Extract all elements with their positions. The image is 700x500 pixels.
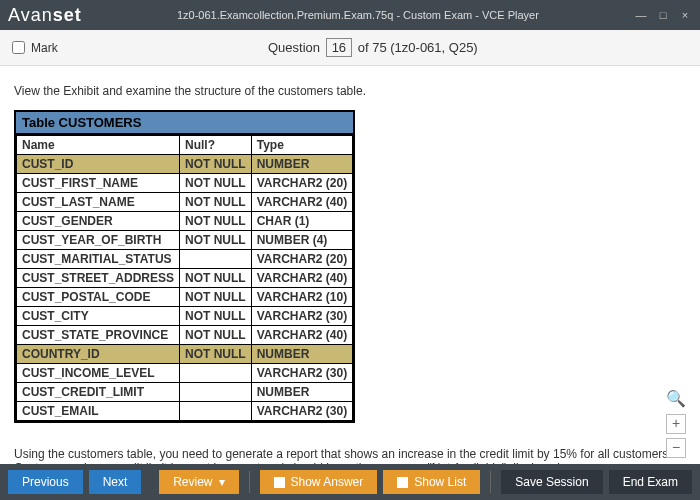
- chevron-down-icon: ▾: [219, 475, 225, 489]
- table-cell: CUST_LAST_NAME: [17, 193, 180, 212]
- show-answer-button[interactable]: Show Answer: [260, 470, 378, 494]
- table-cell: NUMBER: [251, 383, 352, 402]
- table-header-cell: Type: [251, 136, 352, 155]
- minimize-icon[interactable]: —: [634, 9, 648, 21]
- table-title: Table CUSTOMERS: [16, 112, 353, 135]
- magnify-icon[interactable]: 🔍: [666, 389, 686, 408]
- table-cell: NOT NULL: [180, 307, 252, 326]
- table-cell: CHAR (1): [251, 212, 352, 231]
- zoom-controls: 🔍 + −: [666, 389, 686, 458]
- table-cell: CUST_CITY: [17, 307, 180, 326]
- table-cell: VARCHAR2 (40): [251, 269, 352, 288]
- table-cell: NOT NULL: [180, 155, 252, 174]
- table-cell: NOT NULL: [180, 231, 252, 250]
- table-cell: CUST_YEAR_OF_BIRTH: [17, 231, 180, 250]
- table-row: CUST_CREDIT_LIMITNUMBER: [17, 383, 353, 402]
- footer-toolbar: Previous Next Review ▾ Show Answer Show …: [0, 464, 700, 500]
- review-button[interactable]: Review ▾: [159, 470, 238, 494]
- table-cell: CUST_EMAIL: [17, 402, 180, 421]
- table-cell: NUMBER: [251, 155, 352, 174]
- table-row: CUST_STATE_PROVINCENOT NULLVARCHAR2 (40): [17, 326, 353, 345]
- maximize-icon[interactable]: □: [656, 9, 670, 21]
- table-cell: [180, 402, 252, 421]
- table-cell: [180, 383, 252, 402]
- previous-button[interactable]: Previous: [8, 470, 83, 494]
- table-header-cell: Name: [17, 136, 180, 155]
- table-cell: COUNTRY_ID: [17, 345, 180, 364]
- table-cell: [180, 250, 252, 269]
- question-counter: Question 16 of 75 (1z0-061, Q25): [58, 38, 688, 57]
- table-cell: NOT NULL: [180, 326, 252, 345]
- table-cell: CUST_STREET_ADDRESS: [17, 269, 180, 288]
- table-cell: NUMBER (4): [251, 231, 352, 250]
- separator: [249, 471, 250, 493]
- table-row: CUST_GENDERNOT NULLCHAR (1): [17, 212, 353, 231]
- window-controls: — □ ×: [634, 9, 692, 21]
- table-cell: NOT NULL: [180, 212, 252, 231]
- titlebar: Avanset 1z0-061.Examcollection.Premium.E…: [0, 0, 700, 30]
- table-cell: NUMBER: [251, 345, 352, 364]
- table-cell: VARCHAR2 (30): [251, 402, 352, 421]
- table-cell: CUST_FIRST_NAME: [17, 174, 180, 193]
- table-row: CUST_INCOME_LEVELVARCHAR2 (30): [17, 364, 353, 383]
- checkbox-icon: [274, 477, 285, 488]
- table-cell: CUST_STATE_PROVINCE: [17, 326, 180, 345]
- table-cell: NOT NULL: [180, 174, 252, 193]
- table-cell: CUST_MARITIAL_STATUS: [17, 250, 180, 269]
- table-cell: CUST_POSTAL_CODE: [17, 288, 180, 307]
- table-cell: NOT NULL: [180, 269, 252, 288]
- separator: [490, 471, 491, 493]
- customers-table: Table CUSTOMERS NameNull?TypeCUST_IDNOT …: [14, 110, 355, 423]
- table-cell: NOT NULL: [180, 288, 252, 307]
- table-cell: [180, 364, 252, 383]
- table-cell: VARCHAR2 (40): [251, 326, 352, 345]
- mark-checkbox[interactable]: [12, 41, 25, 54]
- table-cell: CUST_INCOME_LEVEL: [17, 364, 180, 383]
- zoom-out-button[interactable]: −: [666, 438, 686, 458]
- table-header-cell: Null?: [180, 136, 252, 155]
- exhibit-instruction: View the Exhibit and examine the structu…: [14, 84, 686, 98]
- table-row: CUST_MARITIAL_STATUSVARCHAR2 (20): [17, 250, 353, 269]
- table-cell: VARCHAR2 (30): [251, 364, 352, 383]
- table-cell: CUST_ID: [17, 155, 180, 174]
- scenario-text: Using the customers table, you need to g…: [14, 447, 686, 464]
- question-content[interactable]: View the Exhibit and examine the structu…: [0, 66, 700, 464]
- table-cell: CUST_CREDIT_LIMIT: [17, 383, 180, 402]
- question-bar: Mark Question 16 of 75 (1z0-061, Q25): [0, 30, 700, 66]
- table-row: CUST_FIRST_NAMENOT NULLVARCHAR2 (20): [17, 174, 353, 193]
- table-cell: NOT NULL: [180, 193, 252, 212]
- table-row: CUST_POSTAL_CODENOT NULLVARCHAR2 (10): [17, 288, 353, 307]
- table-row: COUNTRY_IDNOT NULLNUMBER: [17, 345, 353, 364]
- question-number: 16: [326, 38, 352, 57]
- table-row: CUST_LAST_NAMENOT NULLVARCHAR2 (40): [17, 193, 353, 212]
- app-logo: Avanset: [8, 5, 82, 26]
- table-cell: VARCHAR2 (20): [251, 250, 352, 269]
- mark-label: Mark: [31, 41, 58, 55]
- table-row: CUST_IDNOT NULLNUMBER: [17, 155, 353, 174]
- checkbox-icon: [397, 477, 408, 488]
- table-cell: VARCHAR2 (30): [251, 307, 352, 326]
- table-row: CUST_CITYNOT NULLVARCHAR2 (30): [17, 307, 353, 326]
- table-cell: CUST_GENDER: [17, 212, 180, 231]
- show-list-button[interactable]: Show List: [383, 470, 480, 494]
- close-icon[interactable]: ×: [678, 9, 692, 21]
- table-row: CUST_EMAILVARCHAR2 (30): [17, 402, 353, 421]
- zoom-in-button[interactable]: +: [666, 414, 686, 434]
- table-row: CUST_YEAR_OF_BIRTHNOT NULLNUMBER (4): [17, 231, 353, 250]
- table-row: CUST_STREET_ADDRESSNOT NULLVARCHAR2 (40): [17, 269, 353, 288]
- next-button[interactable]: Next: [89, 470, 142, 494]
- table-cell: VARCHAR2 (10): [251, 288, 352, 307]
- table-cell: VARCHAR2 (40): [251, 193, 352, 212]
- end-exam-button[interactable]: End Exam: [609, 470, 692, 494]
- window-title: 1z0-061.Examcollection.Premium.Exam.75q …: [82, 9, 634, 21]
- save-session-button[interactable]: Save Session: [501, 470, 602, 494]
- table-cell: VARCHAR2 (20): [251, 174, 352, 193]
- table-cell: NOT NULL: [180, 345, 252, 364]
